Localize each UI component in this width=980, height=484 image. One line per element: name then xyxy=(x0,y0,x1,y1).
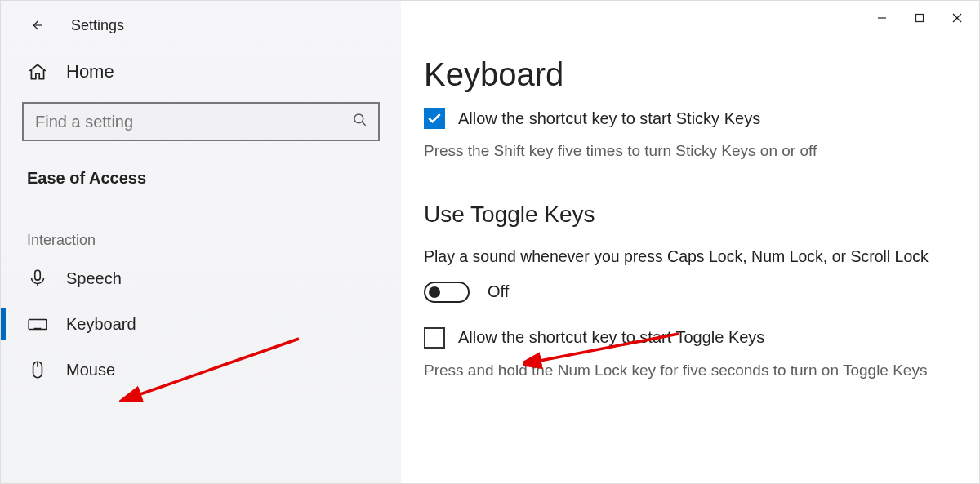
titlebar: Settings xyxy=(1,11,401,50)
mouse-icon xyxy=(27,359,48,380)
home-label: Home xyxy=(66,61,114,82)
sidebar-item-keyboard[interactable]: Keyboard xyxy=(1,301,401,347)
toggle-keys-shortcut-checkbox-row[interactable]: Allow the shortcut key to start Toggle K… xyxy=(424,303,979,349)
checkmark-icon xyxy=(426,110,443,127)
sidebar-item-home[interactable]: Home xyxy=(1,50,401,94)
arrow-left-icon xyxy=(29,18,44,33)
settings-window: Settings Home Ease of Access Interaction… xyxy=(0,0,980,484)
window-controls xyxy=(863,6,976,30)
toggle-state-label: Off xyxy=(488,282,509,301)
minimize-button[interactable] xyxy=(863,6,901,30)
toggle-keys-switch[interactable] xyxy=(424,282,470,303)
microphone-icon xyxy=(27,268,48,289)
sticky-keys-subtext: Press the Shift key five times to turn S… xyxy=(424,129,979,162)
sidebar: Settings Home Ease of Access Interaction… xyxy=(1,1,401,483)
search-container xyxy=(1,94,401,158)
content-pane: Keyboard Allow the shortcut key to start… xyxy=(401,1,979,483)
category-header: Ease of Access xyxy=(1,158,401,199)
maximize-button[interactable] xyxy=(901,6,938,30)
svg-point-0 xyxy=(354,114,363,123)
toggle-keys-description: Play a sound whenever you press Caps Loc… xyxy=(424,228,979,267)
sidebar-item-label: Keyboard xyxy=(66,315,136,334)
toggle-keys-toggle-row: Off xyxy=(424,267,979,303)
checkbox-label: Allow the shortcut key to start Sticky K… xyxy=(458,109,760,128)
checkbox-label: Allow the shortcut key to start Toggle K… xyxy=(458,328,764,347)
sidebar-item-mouse[interactable]: Mouse xyxy=(1,347,401,393)
sticky-keys-shortcut-checkbox-row[interactable]: Allow the shortcut key to start Sticky K… xyxy=(424,93,979,129)
toggle-knob xyxy=(429,286,440,298)
close-button[interactable] xyxy=(938,6,976,30)
group-label-interaction: Interaction xyxy=(1,199,401,255)
checkbox-sticky-keys-shortcut[interactable] xyxy=(424,108,445,129)
close-icon xyxy=(952,13,962,23)
minimize-icon xyxy=(877,13,887,23)
sidebar-item-speech[interactable]: Speech xyxy=(1,255,401,301)
back-button[interactable] xyxy=(27,16,47,35)
keyboard-icon xyxy=(27,313,48,335)
sidebar-item-label: Speech xyxy=(66,269,122,288)
checkbox-toggle-keys-shortcut[interactable] xyxy=(424,327,445,349)
app-title: Settings xyxy=(71,17,124,34)
svg-rect-1 xyxy=(35,270,41,280)
search-input[interactable] xyxy=(24,104,378,140)
section-heading-toggle-keys: Use Toggle Keys xyxy=(424,162,979,228)
svg-rect-6 xyxy=(916,15,924,22)
toggle-keys-shortcut-subtext: Press and hold the Num Lock key for five… xyxy=(424,349,979,382)
search-icon xyxy=(352,112,368,131)
search-box[interactable] xyxy=(22,102,380,141)
maximize-icon xyxy=(915,13,924,23)
home-icon xyxy=(27,61,48,82)
sidebar-item-label: Mouse xyxy=(66,361,115,380)
